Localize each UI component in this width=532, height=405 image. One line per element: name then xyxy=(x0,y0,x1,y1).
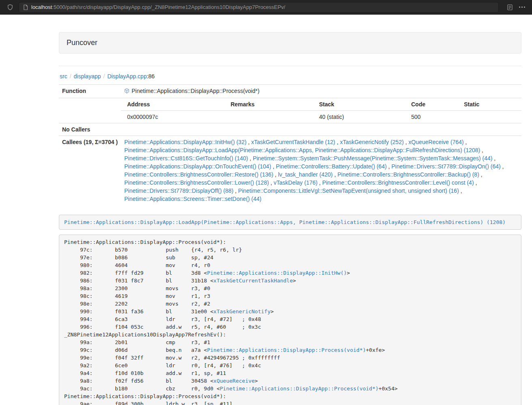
assembly-symbol-link[interactable]: Pinetime::Applications::DisplayApp::Proc… xyxy=(207,347,366,353)
metrics-value: 0x0000097c xyxy=(121,111,224,123)
page-content: Puncover src/displayapp/DisplayApp.cpp:8… xyxy=(59,32,521,405)
cube-icon xyxy=(124,88,129,96)
assembly-symbol-link[interactable]: Pinetime::Applications::DisplayApp::Init… xyxy=(207,270,347,276)
menu-button[interactable] xyxy=(516,2,528,13)
metrics-column-header: Address xyxy=(121,98,224,111)
callee-link[interactable]: Pinetime::Drivers::Cst816S::GetTouchInfo… xyxy=(124,155,248,162)
metrics-column-header: Static xyxy=(458,98,521,111)
breadcrumb-link[interactable]: src xyxy=(60,73,67,80)
callees-label: Callees (19, Σ=3704 ) xyxy=(59,136,121,205)
callee-link[interactable]: Pinetime::Drivers::St7789::DisplayOn() (… xyxy=(392,163,501,170)
callee-link[interactable]: xTaskGenericNotify (252) xyxy=(340,139,404,145)
function-row: Function Pinetime::Applications::Display… xyxy=(59,85,521,98)
metrics-value: 500 xyxy=(405,111,458,123)
menu-dots-icon xyxy=(519,6,525,8)
breadcrumb-separator: / xyxy=(101,73,108,80)
metrics-value xyxy=(458,111,521,123)
url-path: :5000/path/src/displayapp/DisplayApp.cpp… xyxy=(52,4,285,10)
metrics-header-row: AddressRemarksStackCodeStatic xyxy=(121,98,521,111)
assembly-symbol-link[interactable]: Pinetime::Applications::DisplayApp::Proc… xyxy=(220,386,379,392)
breadcrumb-line-number: :86 xyxy=(147,73,155,80)
metrics-column-header: Code xyxy=(405,98,458,111)
address-bar[interactable]: localhost:5000/path/src/displayapp/Displ… xyxy=(19,2,499,13)
assembly-symbol-link[interactable]: xQueueReceive xyxy=(213,378,255,384)
callee-link[interactable]: Pinetime::Controllers::Battery::Update()… xyxy=(276,163,387,170)
callee-link[interactable]: Pinetime::Applications::DisplayApp::Init… xyxy=(124,139,246,145)
app-header-panel: Puncover xyxy=(59,32,521,54)
callees-cell: Pinetime::Applications::DisplayApp::Init… xyxy=(121,136,521,205)
page-icon xyxy=(23,4,28,10)
callee-link[interactable]: Pinetime::Applications::DisplayApp::Load… xyxy=(124,147,480,153)
callee-link[interactable]: Pinetime::Drivers::St7789::DisplayOff() … xyxy=(124,187,233,194)
callee-link[interactable]: lv_task_handler (420) xyxy=(278,171,333,178)
highlighted-callee-block: Pinetime::Applications::DisplayApp::Load… xyxy=(59,215,521,230)
metrics-row-spacer xyxy=(59,98,121,123)
metrics-column-header: Remarks xyxy=(224,98,313,111)
callee-link[interactable]: xTaskGetCurrentTaskHandle (12) xyxy=(251,139,335,145)
no-callers-label: No Callers xyxy=(59,123,121,136)
breadcrumb: src/displayapp/DisplayApp.cpp:86 xyxy=(60,73,521,80)
metrics-value-row: 0x0000097c40 (static)500 xyxy=(121,111,521,123)
breadcrumb-link[interactable]: DisplayApp.cpp xyxy=(107,73,146,80)
reader-mode-icon xyxy=(507,4,513,11)
highlighted-callee-link[interactable]: Pinetime::Applications::DisplayApp::Load… xyxy=(64,219,506,225)
callee-link[interactable]: Pinetime::Controllers::BrightnessControl… xyxy=(337,171,479,178)
divider xyxy=(59,66,521,66)
metrics-cell: AddressRemarksStackCodeStatic 0x0000097c… xyxy=(121,98,521,123)
no-callers-row: No Callers xyxy=(59,123,521,136)
symbol-table: Function Pinetime::Applications::Display… xyxy=(59,84,521,205)
browser-toolbar: localhost:5000/path/src/displayapp/Displ… xyxy=(0,0,532,15)
callee-link[interactable]: Pinetime::System::SystemTask::PushMessag… xyxy=(253,155,493,162)
metrics-value xyxy=(224,111,313,123)
callee-link[interactable]: Pinetime::Applications::Screens::Timer::… xyxy=(124,196,261,202)
function-name-cell: Pinetime::Applications::DisplayApp::Proc… xyxy=(121,85,521,98)
breadcrumb-link[interactable]: displayapp xyxy=(74,73,101,80)
metrics-value: 40 (static) xyxy=(313,111,405,123)
callee-link[interactable]: Pinetime::Components::LittleVgl::SetNewT… xyxy=(238,187,459,194)
function-name: Pinetime::Applications::DisplayApp::Proc… xyxy=(131,88,259,94)
metrics-row: AddressRemarksStackCodeStatic 0x0000097c… xyxy=(59,98,521,123)
metrics-table: AddressRemarksStackCodeStatic 0x0000097c… xyxy=(121,98,521,123)
callee-link[interactable]: Pinetime::Controllers::BrightnessControl… xyxy=(322,179,474,186)
url-host: localhost xyxy=(31,4,52,10)
callees-row: Callees (19, Σ=3704 ) Pinetime::Applicat… xyxy=(59,136,521,205)
metrics-column-header: Stack xyxy=(313,98,405,111)
callee-link[interactable]: Pinetime::Applications::DisplayApp::OnTo… xyxy=(124,163,271,170)
assembly-code: Pinetime::Applications::DisplayApp::Proc… xyxy=(59,235,521,405)
function-row-label: Function xyxy=(59,85,121,98)
breadcrumb-separator: / xyxy=(67,73,74,80)
callee-link[interactable]: Pinetime::Controllers::BrightnessControl… xyxy=(124,179,269,186)
callee-link[interactable]: vTaskDelay (176) xyxy=(274,179,317,186)
assembly-symbol-link[interactable]: xTaskGetCurrentTaskHandle xyxy=(213,278,293,284)
reader-mode-button[interactable] xyxy=(504,2,516,13)
app-title: Puncover xyxy=(67,39,514,47)
security-shield-button[interactable] xyxy=(4,2,16,13)
shield-icon xyxy=(7,4,13,11)
callee-link[interactable]: Pinetime::Controllers::BrightnessControl… xyxy=(124,171,273,178)
assembly-symbol-link[interactable]: xTaskGenericNotify xyxy=(213,308,271,315)
no-callers-cell xyxy=(121,123,521,136)
callee-link[interactable]: xQueueReceive (764) xyxy=(409,139,464,145)
